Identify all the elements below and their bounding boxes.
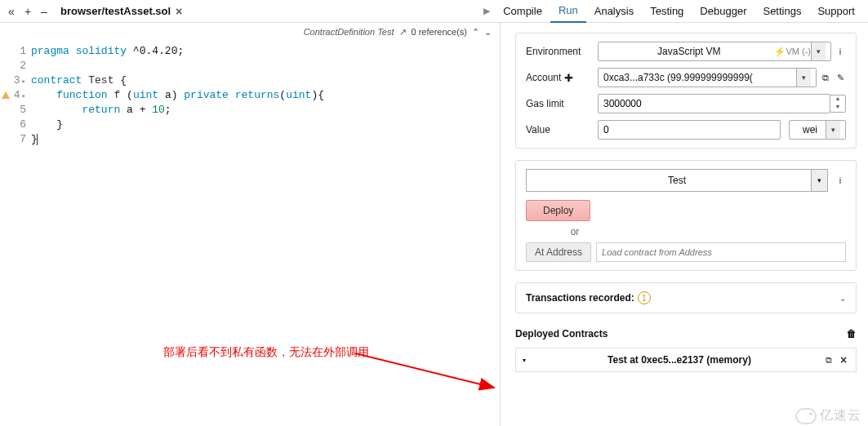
contract-selected: Test [668, 175, 686, 186]
deployed-contracts-section: Deployed Contracts 🗑 ▾ Test at 0xec5...e… [515, 325, 857, 379]
editor-context-bar: ContractDefinition Test ↗ 0 reference(s)… [0, 23, 500, 41]
gaslimit-label: Gas limit [526, 98, 598, 109]
code-editor[interactable]: 1 2 3 4 5 6 7 pragma solidity ^0.4.20; c… [0, 41, 500, 147]
nav-run[interactable]: Run [550, 0, 586, 23]
at-address-input[interactable] [596, 242, 846, 262]
chevron-down-icon[interactable]: ▾ [796, 69, 811, 87]
chevron-down-icon[interactable]: ▾ [811, 170, 827, 191]
run-panel: Environment JavaScript VM ⚡ VM (-) ▾ i A… [501, 23, 868, 426]
tx-count-badge: 1 [638, 291, 651, 304]
at-address-button[interactable]: At Address [526, 242, 591, 262]
account-label: Account [526, 72, 561, 83]
collapse-left-icon[interactable]: « [5, 5, 18, 18]
value-label: Value [526, 124, 598, 135]
top-left-controls: « + – browser/testAsset.sol × [5, 5, 182, 18]
env-suffix: VM (-) [786, 47, 811, 56]
context-label: ContractDefinition Test [304, 27, 394, 37]
chevron-down-icon[interactable]: ▾ [811, 42, 826, 60]
info-icon[interactable]: i [835, 175, 846, 185]
add-account-icon[interactable]: ✚ [564, 72, 573, 84]
code-body[interactable]: pragma solidity ^0.4.20; contract Test {… [31, 44, 500, 147]
nav-up-icon[interactable]: ⌃ [472, 27, 479, 38]
chevron-down-icon[interactable]: ⌄ [839, 294, 846, 303]
deployed-header: Deployed Contracts [515, 328, 608, 339]
copy-icon[interactable]: ⧉ [823, 355, 835, 366]
references-count: 0 reference(s) [412, 27, 467, 37]
close-instance-icon[interactable]: × [838, 353, 849, 366]
chevron-down-icon[interactable]: ▾ [826, 121, 840, 139]
top-bar: « + – browser/testAsset.sol × ▶ Compile … [0, 0, 868, 23]
info-icon[interactable]: i [835, 47, 846, 56]
tx-recorded-label: Transactions recorded: [526, 292, 634, 304]
env-label: Environment [526, 46, 598, 57]
value-unit: wei [795, 124, 826, 135]
top-nav: ▶ Compile Run Analysis Testing Debugger … [479, 0, 863, 23]
nav-testing[interactable]: Testing [642, 0, 692, 22]
nav-down-icon[interactable]: ⌄ [484, 27, 492, 38]
minus-icon[interactable]: – [38, 5, 51, 18]
nav-debugger[interactable]: Debugger [692, 0, 754, 22]
gaslimit-stepper[interactable]: ▲▼ [830, 95, 846, 113]
deploy-button[interactable]: Deploy [526, 200, 590, 221]
external-link-icon[interactable]: ↗ [399, 27, 407, 38]
close-tab-icon[interactable]: × [176, 5, 182, 18]
account-select[interactable]: 0xca3...a733c (99.999999999999( ▾ [598, 68, 817, 87]
file-tab[interactable]: browser/testAsset.sol × [60, 5, 182, 18]
annotation-arrow-icon [355, 345, 502, 402]
watermark-text: 亿速云 [820, 407, 861, 424]
plug-icon: ⚡ [774, 47, 786, 57]
annotation-text: 部署后看不到私有函数，无法在外部调用 [163, 345, 369, 360]
watermark-logo-icon [795, 408, 817, 424]
line-gutter: 1 2 3 4 5 6 7 [0, 44, 31, 147]
edit-icon[interactable]: ✎ [835, 73, 846, 83]
trash-icon[interactable]: 🗑 [847, 328, 857, 339]
account-value: 0xca3...a733c (99.999999999999( [603, 72, 753, 83]
file-tab-label: browser/testAsset.sol [60, 5, 171, 17]
watermark: 亿速云 [795, 407, 861, 424]
contract-instance: ▾ Test at 0xec5...e2137 (memory) ⧉ × [515, 348, 857, 372]
copy-icon[interactable]: ⧉ [820, 73, 831, 83]
nav-support[interactable]: Support [809, 0, 863, 22]
tx-recorded-section[interactable]: Transactions recorded: 1 ⌄ [515, 282, 857, 313]
nav-scroll-left-icon[interactable]: ▶ [479, 6, 495, 16]
contract-select[interactable]: Test ▾ [526, 169, 828, 192]
nav-analysis[interactable]: Analysis [586, 0, 642, 22]
value-unit-select[interactable]: wei ▾ [789, 120, 846, 140]
gaslimit-input[interactable] [598, 94, 830, 113]
deploy-section: Test ▾ i Deploy or At Address [515, 160, 857, 271]
or-label: or [559, 226, 591, 237]
svg-line-1 [355, 353, 494, 388]
env-select[interactable]: JavaScript VM ⚡ VM (-) ▾ [598, 42, 831, 61]
env-value: JavaScript VM [603, 46, 774, 57]
value-input[interactable] [598, 120, 781, 140]
expand-instance-icon[interactable]: ▾ [523, 357, 526, 364]
nav-settings[interactable]: Settings [754, 0, 809, 22]
instance-label: Test at 0xec5...e2137 (memory) [539, 354, 820, 366]
run-config: Environment JavaScript VM ⚡ VM (-) ▾ i A… [515, 33, 857, 149]
nav-compile[interactable]: Compile [495, 0, 550, 22]
editor-pane: ContractDefinition Test ↗ 0 reference(s)… [0, 23, 501, 426]
plus-icon[interactable]: + [21, 5, 34, 18]
